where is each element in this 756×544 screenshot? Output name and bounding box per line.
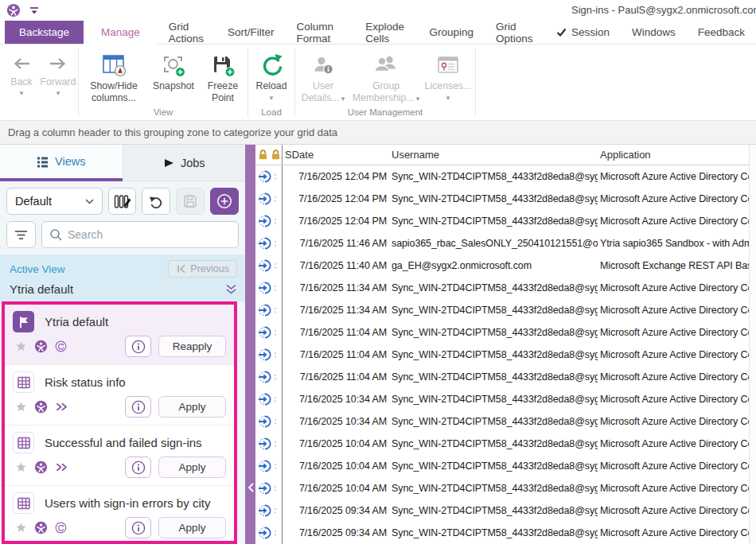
cell-date[interactable]: 7/16/2025 10:04 AM — [283, 483, 389, 494]
favorite-star-icon[interactable] — [15, 461, 27, 473]
cell-username[interactable]: Sync_WIN-2TD4CIPTM58_4433f2d8eda8@syg — [389, 371, 598, 383]
reapply-view-button[interactable]: Reapply — [158, 336, 226, 357]
undo-button[interactable] — [142, 188, 170, 215]
panel-splitter[interactable] — [245, 145, 255, 544]
cell-username[interactable]: Sync_WIN-2TD4CIPTM58_4433f2d8eda8@syg — [389, 282, 598, 293]
back-button[interactable]: Back ▾ — [3, 57, 40, 106]
reload-button[interactable]: Reload ▾ — [250, 49, 293, 103]
cell-application[interactable]: Microsoft Azure Active Directory Co — [598, 327, 749, 338]
edit-columns-button[interactable] — [108, 188, 137, 215]
cell-username[interactable]: Sync_WIN-2TD4CIPTM58_4433f2d8eda8@syg — [389, 527, 598, 538]
view-info-button[interactable] — [125, 517, 151, 538]
freeze-point-button[interactable]: Freeze Point — [200, 49, 246, 105]
cell-date[interactable]: 7/16/2025 12:04 PM — [283, 171, 389, 182]
cell-date[interactable]: 7/16/2025 10:04 AM — [283, 460, 389, 472]
cell-date[interactable]: 7/16/2025 10:04 AM — [283, 438, 389, 449]
cell-username[interactable]: ga_EH@sygx2.onmicrosoft.com — [389, 260, 598, 271]
dropdown-caret-icon[interactable]: ▾ — [20, 89, 24, 97]
grid-row[interactable]: 7/16/2025 12:04 PM Sync_WIN-2TD4CIPTM58_… — [255, 188, 749, 210]
apply-view-button[interactable]: Apply — [158, 517, 226, 538]
tab-manage[interactable]: Manage — [84, 21, 158, 45]
search-input[interactable] — [68, 228, 231, 241]
tab-session[interactable]: Session — [545, 21, 621, 44]
cell-username[interactable]: Sync_WIN-2TD4CIPTM58_4433f2d8eda8@syg — [389, 171, 598, 182]
cell-application[interactable]: Microsoft Azure Active Directory Co — [598, 527, 749, 538]
grid-row[interactable]: 7/16/2025 09:34 AM Sync_WIN-2TD4CIPTM58_… — [255, 522, 749, 544]
grid-row[interactable]: 7/16/2025 11:04 AM Sync_WIN-2TD4CIPTM58_… — [255, 366, 749, 388]
tab-column-format[interactable]: Column Format — [285, 21, 354, 44]
cell-date[interactable]: 7/16/2025 11:34 AM — [283, 305, 389, 316]
column-header-sdate[interactable]: SDate — [283, 149, 389, 161]
cell-application[interactable]: Microsoft Azure Active Directory Co — [598, 416, 749, 427]
cell-date[interactable]: 7/16/2025 12:04 PM — [283, 193, 389, 204]
grid-row[interactable]: 7/16/2025 11:34 AM Sync_WIN-2TD4CIPTM58_… — [255, 277, 749, 299]
tab-views[interactable]: Views — [0, 145, 123, 181]
tab-windows[interactable]: Windows — [621, 21, 687, 44]
view-item-successful-failed-signins[interactable]: Successful and failed sign-ins Apply — [5, 425, 234, 486]
add-view-button[interactable] — [210, 188, 239, 215]
column-header-username[interactable]: Username — [389, 149, 598, 161]
cell-username[interactable]: Sync_WIN-2TD4CIPTM58_4433f2d8eda8@syg — [389, 505, 598, 516]
save-view-button[interactable] — [176, 188, 205, 215]
tab-backstage[interactable]: Backstage — [5, 21, 84, 44]
view-item-ytria-default[interactable]: Ytria default Reapply — [5, 305, 234, 365]
grid-row[interactable]: 7/16/2025 10:04 AM Sync_WIN-2TD4CIPTM58_… — [255, 477, 749, 499]
cell-application[interactable]: Ytria sapio365 Sandbox - with Adm — [598, 238, 749, 249]
cell-application[interactable]: Microsoft Azure Active Directory Co — [598, 483, 749, 494]
cell-username[interactable]: Sync_WIN-2TD4CIPTM58_4433f2d8eda8@syg — [389, 438, 598, 449]
cell-date[interactable]: 7/16/2025 11:04 AM — [283, 371, 389, 383]
cell-username[interactable]: Sync_WIN-2TD4CIPTM58_4433f2d8eda8@syg — [389, 460, 598, 472]
cell-application[interactable]: Microsoft Azure Active Directory Co — [598, 394, 749, 405]
grid-row[interactable]: 7/16/2025 12:04 PM Sync_WIN-2TD4CIPTM58_… — [255, 165, 749, 188]
licenses-button[interactable]: Licenses... ▾ — [423, 49, 473, 103]
cell-application[interactable]: Microsoft Azure Active Directory Co — [598, 438, 749, 449]
cell-application[interactable]: Microsoft Azure Active Directory Co — [598, 171, 749, 182]
preset-dropdown[interactable]: Default — [6, 188, 103, 215]
grid-row[interactable]: 7/16/2025 09:34 AM Sync_WIN-2TD4CIPTM58_… — [255, 499, 749, 522]
tab-grouping[interactable]: Grouping — [418, 21, 485, 44]
dropdown-caret-icon[interactable]: ▾ — [270, 94, 274, 102]
cell-application[interactable]: Microsoft Azure Active Directory Co — [598, 282, 749, 293]
view-info-button[interactable] — [125, 457, 151, 478]
cell-date[interactable]: 7/16/2025 12:04 PM — [283, 216, 389, 227]
grid-row[interactable]: 7/16/2025 11:34 AM Sync_WIN-2TD4CIPTM58_… — [255, 299, 749, 321]
apply-view-button[interactable]: Apply — [158, 457, 226, 478]
cell-application[interactable]: Microsoft Azure Active Directory Co — [598, 505, 749, 516]
tab-grid-options[interactable]: Grid Options — [485, 21, 545, 44]
favorite-star-icon[interactable] — [15, 401, 27, 413]
forward-button[interactable]: Forward ▾ — [40, 57, 76, 106]
cell-username[interactable]: sapio365_rbac_SalesONLY_250410121551@o — [389, 238, 598, 249]
cell-date[interactable]: 7/16/2025 11:40 AM — [283, 260, 389, 271]
cell-date[interactable]: 7/16/2025 11:34 AM — [283, 282, 389, 293]
dropdown-caret-icon[interactable]: ▾ — [57, 89, 60, 97]
cell-date[interactable]: 7/16/2025 09:34 AM — [283, 505, 389, 516]
cell-date[interactable]: 7/16/2025 10:34 AM — [283, 416, 389, 427]
column-header-application[interactable]: Application — [598, 149, 749, 161]
cell-username[interactable]: Sync_WIN-2TD4CIPTM58_4433f2d8eda8@syg — [389, 483, 598, 494]
cell-date[interactable]: 7/16/2025 09:34 AM — [283, 527, 389, 538]
view-info-button[interactable] — [125, 336, 151, 357]
grid-row[interactable]: 7/16/2025 10:04 AM Sync_WIN-2TD4CIPTM58_… — [255, 455, 749, 477]
grid-header-locks[interactable] — [255, 145, 283, 165]
cell-application[interactable]: Microsoft Azure Active Directory Co — [598, 349, 749, 360]
view-item-signin-errors-by-city[interactable]: Users with sign-in errors by city Apply — [5, 486, 234, 544]
grid-row[interactable]: 7/16/2025 12:04 PM Sync_WIN-2TD4CIPTM58_… — [255, 210, 749, 232]
grid-row[interactable]: 7/16/2025 11:46 AM sapio365_rbac_SalesON… — [255, 232, 749, 255]
cell-username[interactable]: Sync_WIN-2TD4CIPTM58_4433f2d8eda8@syg — [389, 193, 598, 204]
previous-view-button[interactable]: Previous — [168, 260, 237, 278]
collapse-panel-button[interactable] — [245, 477, 255, 498]
cell-application[interactable]: Microsoft Exchange REST API Based — [598, 260, 749, 271]
grid-row[interactable]: 7/16/2025 11:04 AM Sync_WIN-2TD4CIPTM58_… — [255, 321, 749, 344]
favorite-star-icon[interactable] — [15, 340, 27, 352]
grid-row[interactable]: 7/16/2025 10:34 AM Sync_WIN-2TD4CIPTM58_… — [255, 388, 749, 410]
cell-application[interactable]: Microsoft Azure Active Directory Co — [598, 460, 749, 472]
quick-access-menu-icon[interactable] — [29, 6, 40, 15]
cell-username[interactable]: Sync_WIN-2TD4CIPTM58_4433f2d8eda8@syg — [389, 349, 598, 360]
cell-application[interactable]: Microsoft Azure Active Directory Co — [598, 305, 749, 316]
tab-grid-actions[interactable]: Grid Actions — [158, 21, 216, 44]
cell-application[interactable]: Microsoft Azure Active Directory Co — [598, 216, 749, 227]
tab-feedback[interactable]: Feedback — [687, 21, 756, 44]
cell-application[interactable]: Microsoft Azure Active Directory Co — [598, 193, 749, 204]
cell-username[interactable]: Sync_WIN-2TD4CIPTM58_4433f2d8eda8@syg — [389, 327, 598, 338]
filter-button[interactable] — [6, 221, 36, 248]
